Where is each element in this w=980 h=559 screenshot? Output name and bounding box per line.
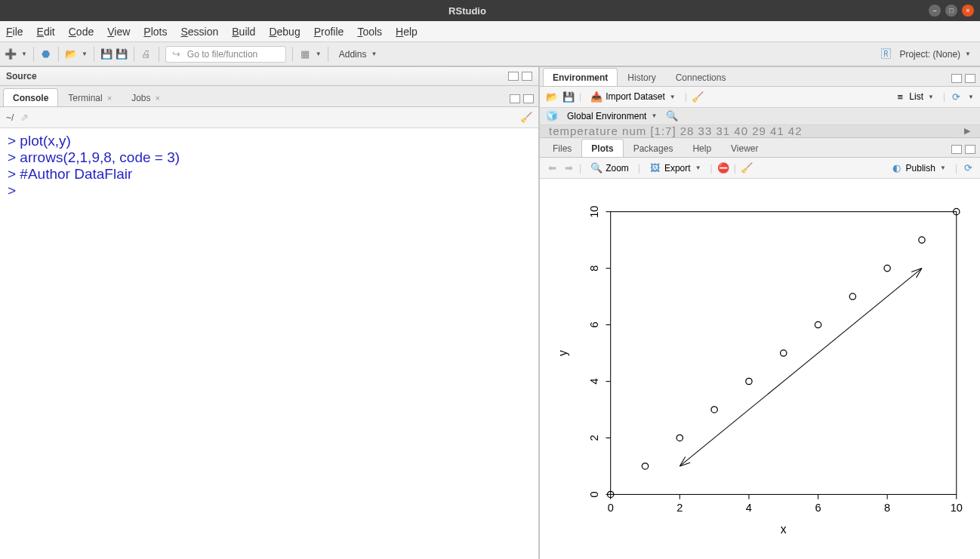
source-pane-header: Source: [0, 66, 538, 86]
tab-plots[interactable]: Plots: [581, 139, 623, 157]
menu-help[interactable]: Help: [396, 26, 418, 38]
svg-point-29: [676, 435, 683, 441]
popup-arrow-icon[interactable]: ⇗: [18, 112, 30, 124]
list-icon: ≡: [894, 91, 906, 103]
tab-connections[interactable]: Connections: [666, 68, 736, 86]
export-button[interactable]: 🖼Export▼: [645, 161, 706, 176]
svg-point-35: [884, 266, 890, 272]
dropdown-icon[interactable]: ▼: [316, 51, 322, 57]
tab-help[interactable]: Help: [683, 139, 721, 157]
source-label: Source: [6, 71, 37, 81]
print-icon[interactable]: 🖨: [140, 48, 153, 60]
svg-text:x: x: [781, 524, 787, 536]
environment-scope-button[interactable]: Global Environment▼: [562, 109, 661, 123]
menu-profile[interactable]: Profile: [314, 26, 344, 38]
broom-icon[interactable]: 🧹: [520, 112, 532, 124]
svg-text:2: 2: [588, 435, 600, 441]
grid-icon[interactable]: ▦: [299, 48, 311, 60]
menu-plots[interactable]: Plots: [143, 26, 167, 38]
open-folder-icon[interactable]: 📂: [65, 48, 77, 60]
save-icon[interactable]: 💾: [562, 91, 575, 103]
import-dataset-button[interactable]: 📥 Import Dataset▼: [586, 89, 680, 104]
refresh-icon[interactable]: ⟳: [962, 162, 974, 174]
svg-text:10: 10: [588, 206, 600, 218]
open-folder-icon[interactable]: 📂: [546, 91, 558, 103]
svg-text:8: 8: [588, 266, 600, 272]
menu-tools[interactable]: Tools: [357, 26, 382, 38]
plot-prev-icon[interactable]: ⬅: [546, 162, 558, 174]
broom-icon[interactable]: 🧹: [692, 91, 704, 103]
pane-minimize-button[interactable]: [951, 74, 962, 83]
window-title: RStudio: [6, 5, 929, 17]
tab-environment[interactable]: Environment: [543, 68, 618, 86]
env-search-input[interactable]: 🔍: [666, 110, 678, 122]
dropdown-icon[interactable]: ▼: [82, 51, 88, 57]
menubar: File Edit Code View Plots Session Build …: [0, 21, 980, 42]
svg-point-33: [815, 322, 821, 328]
pane-maximize-button[interactable]: [965, 74, 975, 83]
menu-debug[interactable]: Debug: [269, 26, 300, 38]
pane-minimize-button[interactable]: [508, 72, 519, 81]
new-file-icon[interactable]: ➕: [5, 48, 17, 60]
svg-text:2: 2: [676, 502, 683, 514]
close-icon[interactable]: ×: [156, 94, 160, 103]
plot-canvas: 02468100246810xy: [540, 179, 980, 559]
menu-session[interactable]: Session: [180, 26, 218, 38]
broom-icon[interactable]: 🧹: [741, 162, 753, 174]
svg-text:6: 6: [588, 322, 600, 328]
window-minimize-button[interactable]: –: [929, 5, 941, 17]
svg-text:8: 8: [884, 502, 890, 514]
svg-text:4: 4: [588, 379, 600, 385]
tab-files[interactable]: Files: [543, 139, 581, 157]
svg-line-38: [680, 269, 922, 466]
pane-maximize-button[interactable]: [522, 72, 532, 81]
addins-button[interactable]: Addins▼: [334, 48, 382, 61]
zoom-button[interactable]: 🔍Zoom: [586, 161, 633, 176]
save-icon[interactable]: 💾: [100, 48, 112, 60]
publish-button[interactable]: ◐Publish▼: [886, 161, 951, 176]
svg-point-31: [746, 379, 752, 385]
main-toolbar: ➕▼ ⬣ 📂▼ 💾 💾 🖨 ↪ Go to file/function ▦▼ A…: [0, 42, 980, 66]
save-all-icon[interactable]: 💾: [116, 48, 128, 60]
tab-jobs[interactable]: Jobs×: [122, 88, 170, 106]
dropdown-icon[interactable]: ▼: [21, 51, 27, 57]
menu-build[interactable]: Build: [232, 26, 255, 38]
svg-rect-0: [611, 212, 957, 495]
console-path: ~/: [6, 112, 14, 123]
goto-file-input[interactable]: ↪ Go to file/function: [165, 46, 286, 63]
svg-point-28: [642, 463, 648, 469]
env-scope-bar: 🧊 Global Environment▼ 🔍: [540, 108, 980, 125]
env-tabstrip: Environment History Connections: [540, 66, 980, 87]
menu-code[interactable]: Code: [69, 26, 94, 38]
pane-maximize-button[interactable]: [965, 145, 975, 154]
console-path-bar: ~/ ⇗ 🧹: [0, 107, 538, 128]
tab-viewer[interactable]: Viewer: [721, 139, 768, 157]
console-output[interactable]: > plot(x,y) > arrows(2,1,9,8, code = 3) …: [0, 128, 538, 559]
svg-text:4: 4: [746, 502, 752, 514]
project-menu[interactable]: Project: (None)▼: [895, 48, 975, 61]
menu-edit[interactable]: Edit: [37, 26, 55, 38]
env-toolbar: 📂 💾 | 📥 Import Dataset▼ | 🧹 ≡List▼ | ⟳▼: [540, 87, 980, 108]
tab-terminal[interactable]: Terminal×: [58, 88, 122, 106]
zoom-icon: 🔍: [590, 162, 602, 174]
tab-packages[interactable]: Packages: [624, 139, 683, 157]
svg-text:y: y: [556, 350, 569, 356]
window-maximize-button[interactable]: □: [945, 5, 957, 17]
menu-view[interactable]: View: [107, 26, 130, 38]
search-icon: 🔍: [666, 110, 678, 122]
plot-next-icon[interactable]: ➡: [562, 162, 575, 174]
tab-history[interactable]: History: [618, 68, 665, 86]
refresh-icon[interactable]: ⟳: [950, 91, 962, 103]
new-project-icon[interactable]: ⬣: [40, 48, 52, 60]
pane-maximize-button[interactable]: [523, 94, 534, 103]
window-close-button[interactable]: ×: [962, 5, 974, 17]
remove-plot-icon[interactable]: ⛔: [717, 162, 729, 174]
pane-minimize-button[interactable]: [951, 145, 962, 154]
tab-console[interactable]: Console: [3, 88, 58, 106]
close-icon[interactable]: ×: [107, 94, 112, 103]
console-tabstrip: Console Terminal× Jobs×: [0, 86, 538, 107]
list-view-button[interactable]: ≡List▼: [889, 89, 938, 104]
pane-minimize-button[interactable]: [510, 94, 520, 103]
window-titlebar: RStudio – □ ×: [0, 0, 980, 21]
menu-file[interactable]: File: [6, 26, 23, 38]
